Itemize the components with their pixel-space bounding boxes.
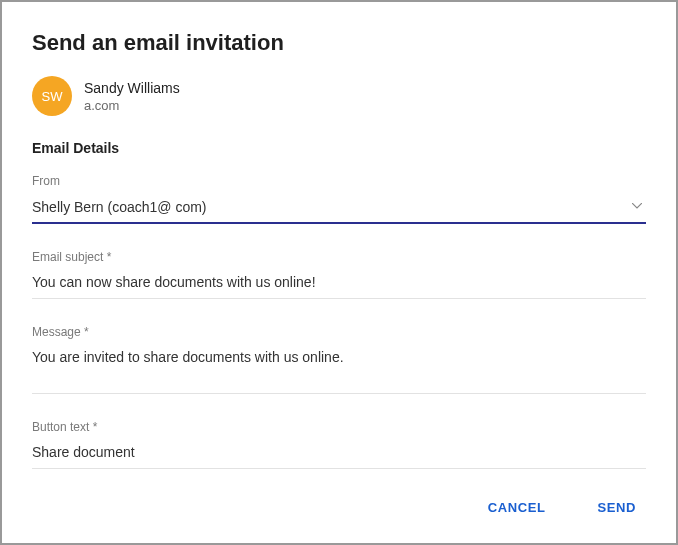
recipient-email: a.com — [84, 98, 180, 113]
cancel-button[interactable]: CANCEL — [478, 494, 556, 521]
message-input[interactable] — [32, 345, 646, 394]
dialog-content: Send an email invitation SW Sandy Willia… — [2, 2, 676, 476]
message-field: Message * — [32, 325, 646, 394]
message-label: Message * — [32, 325, 646, 339]
from-field: From Shelly Bern (coach1@ com) — [32, 174, 646, 224]
chevron-down-icon — [632, 203, 642, 213]
avatar: SW — [32, 76, 72, 116]
recipient-info: Sandy Williams a.com — [84, 80, 180, 113]
subject-label: Email subject * — [32, 250, 646, 264]
dialog-actions: CANCEL SEND — [2, 476, 676, 543]
button-text-input[interactable] — [32, 440, 646, 469]
recipient-row: SW Sandy Williams a.com — [32, 76, 646, 116]
button-text-label: Button text * — [32, 420, 646, 434]
button-text-field: Button text * — [32, 420, 646, 469]
recipient-name: Sandy Williams — [84, 80, 180, 96]
email-invitation-dialog: Send an email invitation SW Sandy Willia… — [2, 2, 676, 543]
dialog-title: Send an email invitation — [32, 30, 646, 56]
from-select[interactable]: Shelly Bern (coach1@ com) — [32, 194, 646, 224]
from-label: From — [32, 174, 646, 188]
section-heading: Email Details — [32, 140, 646, 156]
send-button[interactable]: SEND — [587, 494, 646, 521]
from-value: Shelly Bern (coach1@ com) — [32, 199, 207, 215]
subject-input[interactable] — [32, 270, 646, 299]
subject-field: Email subject * — [32, 250, 646, 299]
